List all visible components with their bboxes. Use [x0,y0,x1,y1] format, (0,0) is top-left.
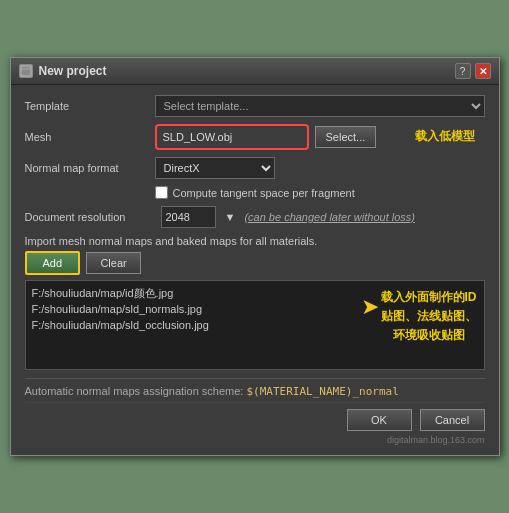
new-project-dialog: New project ? ✕ Template Select template… [10,57,500,456]
file-annotation-line1: 载入外面制作的ID [381,290,477,304]
title-bar-buttons: ? ✕ [455,63,491,79]
mesh-input[interactable] [159,126,305,148]
resolution-note: (can be changed later without loss) [244,211,415,223]
import-label-text1: Import mesh normal maps and baked maps f… [25,235,253,247]
import-label: Import mesh normal maps and baked maps f… [25,235,485,247]
template-select[interactable]: Select template... [155,95,485,117]
bottom-note-text: Automatic normal maps assignation scheme… [25,385,244,397]
mesh-value-highlight [155,124,309,150]
cancel-button[interactable]: Cancel [420,409,485,431]
resolution-label: Document resolution [25,211,155,223]
title-bar: New project ? ✕ [11,58,499,85]
help-button[interactable]: ? [455,63,471,79]
svg-rect-0 [21,66,31,76]
mesh-select-button[interactable]: Select... [315,126,377,148]
bottom-scheme: $(MATERIAL_NAME)_normal [246,385,398,398]
file-annotation: 载入外面制作的ID 贴图、法线贴图、 环境吸收贴图 [381,288,477,346]
file-annotation-line2: 贴图、法线贴图、 [381,309,477,323]
import-label-text2: all materials. [256,235,318,247]
bottom-note: Automatic normal maps assignation scheme… [25,378,485,402]
dialog-icon [19,64,33,78]
template-row: Template Select template... [25,95,485,117]
file-list-container: F:/shouliudan/map/id颜色.jpg F:/shouliudan… [25,280,485,370]
arrow-icon: ➤ [361,296,379,318]
resolution-arrow: ▼ [225,211,236,223]
normalmap-select[interactable]: DirectX OpenGL [155,157,275,179]
clear-button[interactable]: Clear [86,252,141,274]
normalmap-row: Normal map format DirectX OpenGL [25,157,485,179]
ok-button[interactable]: OK [347,409,412,431]
mesh-row: Mesh Select... 载入低模型 [25,124,485,150]
watermark: digitalman.blog.163.com [25,435,485,447]
title-bar-left: New project [19,64,107,78]
bottom-buttons: OK Cancel [25,402,485,435]
import-row: Import mesh normal maps and baked maps f… [25,235,485,275]
import-controls: Add Clear [25,251,485,275]
mesh-label: Mesh [25,131,155,143]
file-annotation-line3: 环境吸收贴图 [393,328,465,342]
checkbox-row: Compute tangent space per fragment [25,186,485,199]
resolution-input[interactable] [161,206,216,228]
tangent-checkbox[interactable] [155,186,168,199]
normalmap-label: Normal map format [25,162,155,174]
template-control: Select template... [155,95,485,117]
file-annotation-group: ➤ 载入外面制作的ID 贴图、法线贴图、 环境吸收贴图 [361,288,477,346]
close-button[interactable]: ✕ [475,63,491,79]
normalmap-controls: DirectX OpenGL [155,157,485,179]
dialog-title: New project [39,64,107,78]
template-label: Template [25,100,155,112]
resolution-row: Document resolution ▼ (can be changed la… [25,206,485,228]
tangent-label: Compute tangent space per fragment [173,187,355,199]
add-button[interactable]: Add [25,251,81,275]
dialog-content: Template Select template... Mesh Select.… [11,85,499,455]
mesh-controls: Select... [155,124,485,150]
